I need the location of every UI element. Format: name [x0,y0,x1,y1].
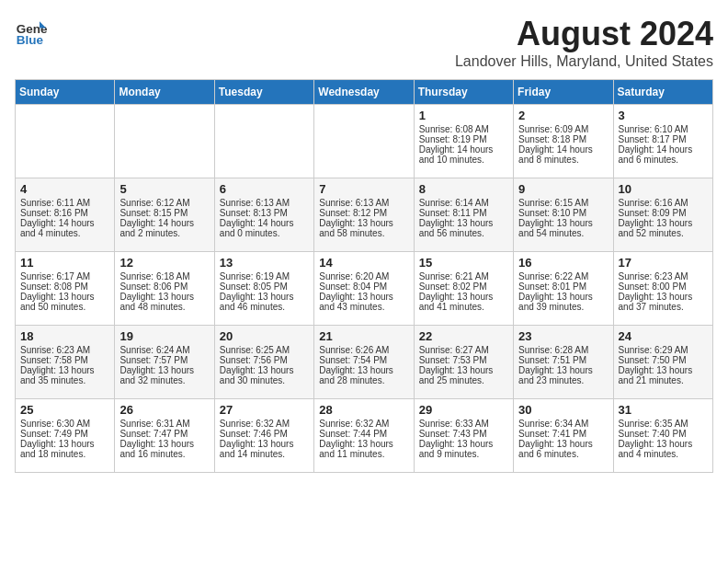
sunrise-text: Sunrise: 6:31 AM [119,419,189,429]
sunset-text: Sunset: 7:57 PM [119,355,188,365]
daylight-text: Daylight: 13 hours and 4 minutes. [619,439,693,459]
day-number: 4 [20,182,109,196]
day-number: 24 [619,329,708,343]
calendar-cell [115,105,214,178]
sunset-text: Sunset: 8:05 PM [220,282,288,292]
logo: General Blue [15,15,48,48]
calendar-cell: 9Sunrise: 6:15 AMSunset: 8:10 PMDaylight… [514,178,613,252]
sunrise-text: Sunrise: 6:18 AM [119,271,189,282]
sunset-text: Sunset: 7:40 PM [619,429,687,439]
daylight-text: Daylight: 13 hours and 50 minutes. [20,292,95,312]
sunset-text: Sunset: 8:01 PM [518,282,586,292]
sunrise-text: Sunrise: 6:25 AM [220,345,290,355]
daylight-text: Daylight: 13 hours and 37 minutes. [619,292,693,312]
daylight-text: Daylight: 13 hours and 52 minutes. [619,218,693,238]
sunset-text: Sunset: 7:46 PM [220,429,288,439]
sunrise-text: Sunrise: 6:12 AM [119,198,189,208]
sunrise-text: Sunrise: 6:13 AM [319,198,389,208]
calendar-cell: 4Sunrise: 6:11 AMSunset: 8:16 PMDaylight… [16,178,115,252]
day-number: 16 [518,256,608,270]
sunrise-text: Sunrise: 6:14 AM [419,198,489,208]
daylight-text: Daylight: 13 hours and 46 minutes. [220,292,294,312]
calendar-cell: 19Sunrise: 6:24 AMSunset: 7:57 PMDayligh… [115,326,214,399]
calendar-cell: 17Sunrise: 6:23 AMSunset: 8:00 PMDayligh… [613,252,712,326]
daylight-text: Daylight: 14 hours and 4 minutes. [20,218,95,238]
daylight-text: Daylight: 13 hours and 16 minutes. [119,439,194,459]
calendar-week-row: 25Sunrise: 6:30 AMSunset: 7:49 PMDayligh… [16,399,713,473]
sunrise-text: Sunrise: 6:15 AM [518,198,588,208]
sunrise-text: Sunrise: 6:08 AM [419,124,489,134]
sunrise-text: Sunrise: 6:10 AM [619,124,688,134]
sunrise-text: Sunrise: 6:30 AM [20,419,90,429]
daylight-text: Daylight: 14 hours and 8 minutes. [518,144,593,165]
sunrise-text: Sunrise: 6:20 AM [319,271,389,282]
sunrise-text: Sunrise: 6:21 AM [419,271,489,282]
calendar-cell: 18Sunrise: 6:23 AMSunset: 7:58 PMDayligh… [16,326,115,399]
sunset-text: Sunset: 8:19 PM [419,134,487,144]
sunrise-text: Sunrise: 6:23 AM [20,345,90,355]
day-number: 28 [319,403,408,417]
calendar-cell: 6Sunrise: 6:13 AMSunset: 8:13 PMDaylight… [214,178,313,252]
calendar-cell: 30Sunrise: 6:34 AMSunset: 7:41 PMDayligh… [514,399,613,473]
calendar-cell: 12Sunrise: 6:18 AMSunset: 8:06 PMDayligh… [115,252,214,326]
day-number: 3 [619,109,708,122]
sunset-text: Sunset: 8:06 PM [119,282,188,292]
sunrise-text: Sunrise: 6:32 AM [220,419,290,429]
calendar-cell: 27Sunrise: 6:32 AMSunset: 7:46 PMDayligh… [214,399,313,473]
sunset-text: Sunset: 7:54 PM [319,355,387,365]
sunset-text: Sunset: 7:49 PM [20,429,88,439]
sunset-text: Sunset: 7:51 PM [518,355,586,365]
day-number: 11 [20,256,109,270]
sunset-text: Sunset: 8:04 PM [319,282,387,292]
sunset-text: Sunset: 7:44 PM [319,429,387,439]
daylight-text: Daylight: 14 hours and 6 minutes. [619,144,693,165]
day-number: 15 [419,256,508,270]
daylight-text: Daylight: 13 hours and 48 minutes. [119,292,194,312]
sunrise-text: Sunrise: 6:28 AM [518,345,588,355]
sunset-text: Sunset: 7:41 PM [518,429,586,439]
sunset-text: Sunset: 7:56 PM [220,355,288,365]
calendar-body: 1Sunrise: 6:08 AMSunset: 8:19 PMDaylight… [16,105,713,473]
day-number: 7 [319,182,408,196]
sunset-text: Sunset: 7:53 PM [419,355,487,365]
day-number: 13 [220,256,309,270]
calendar-cell [214,105,313,178]
daylight-text: Daylight: 13 hours and 23 minutes. [518,365,593,385]
calendar-cell: 31Sunrise: 6:35 AMSunset: 7:40 PMDayligh… [613,399,712,473]
daylight-text: Daylight: 13 hours and 25 minutes. [419,365,494,385]
header-row: SundayMondayTuesdayWednesdayThursdayFrid… [16,80,713,105]
calendar-cell: 15Sunrise: 6:21 AMSunset: 8:02 PMDayligh… [414,252,513,326]
sunset-text: Sunset: 8:10 PM [518,208,586,218]
sunrise-text: Sunrise: 6:13 AM [220,198,290,208]
sunset-text: Sunset: 8:00 PM [619,282,687,292]
daylight-text: Daylight: 13 hours and 28 minutes. [319,365,393,385]
calendar-cell: 14Sunrise: 6:20 AMSunset: 8:04 PMDayligh… [314,252,414,326]
day-of-week-header: Saturday [613,80,712,105]
day-number: 6 [220,182,309,196]
daylight-text: Daylight: 13 hours and 58 minutes. [319,218,393,238]
day-number: 25 [20,403,109,417]
calendar-week-row: 11Sunrise: 6:17 AMSunset: 8:08 PMDayligh… [16,252,713,326]
calendar-cell: 5Sunrise: 6:12 AMSunset: 8:15 PMDaylight… [115,178,214,252]
daylight-text: Daylight: 13 hours and 21 minutes. [619,365,693,385]
sunset-text: Sunset: 8:13 PM [220,208,288,218]
day-number: 31 [619,403,708,417]
day-number: 12 [119,256,209,270]
calendar-week-row: 4Sunrise: 6:11 AMSunset: 8:16 PMDaylight… [16,178,713,252]
day-number: 20 [220,329,309,343]
day-number: 26 [119,403,209,417]
day-number: 19 [119,329,209,343]
daylight-text: Daylight: 13 hours and 14 minutes. [220,439,294,459]
sunset-text: Sunset: 8:18 PM [518,134,586,144]
sunrise-text: Sunrise: 6:35 AM [619,419,688,429]
calendar-cell [314,105,414,178]
daylight-text: Daylight: 13 hours and 41 minutes. [419,292,494,312]
sunrise-text: Sunrise: 6:16 AM [619,198,688,208]
daylight-text: Daylight: 13 hours and 9 minutes. [419,439,494,459]
sunrise-text: Sunrise: 6:33 AM [419,419,489,429]
sunrise-text: Sunrise: 6:11 AM [20,198,90,208]
calendar-table: SundayMondayTuesdayWednesdayThursdayFrid… [15,79,713,473]
day-number: 23 [518,329,608,343]
sunset-text: Sunset: 8:15 PM [119,208,188,218]
day-number: 30 [518,403,608,417]
